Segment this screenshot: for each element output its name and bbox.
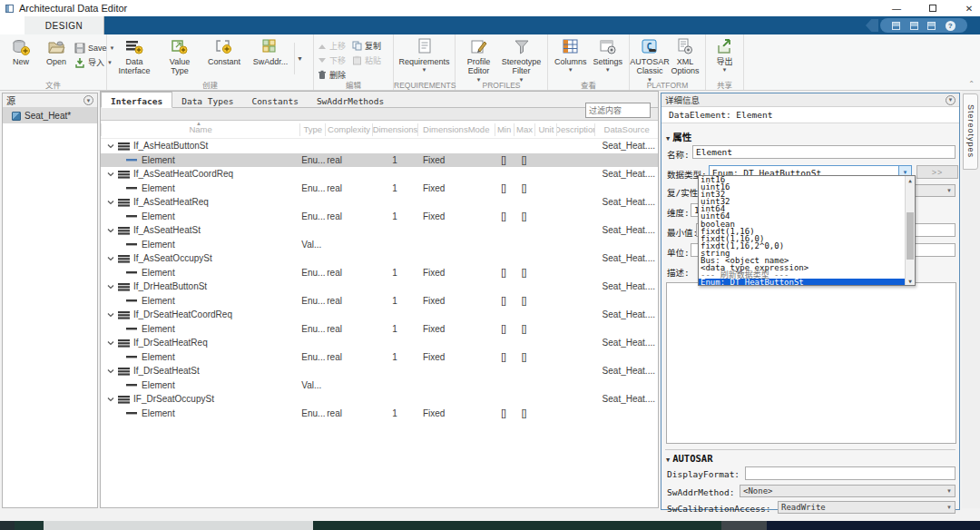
column-header-datasource[interactable]: DataSource bbox=[594, 123, 658, 136]
open-button[interactable]: Open bbox=[39, 37, 74, 67]
table-row[interactable]: ElementEnu...real1Fixed[][] bbox=[101, 182, 658, 196]
scroll-up-icon[interactable]: ▲ bbox=[906, 176, 915, 184]
expand-chevron-icon[interactable] bbox=[107, 311, 114, 319]
expand-chevron-icon[interactable] bbox=[107, 227, 114, 234]
swcalibrationaccess-chevron-icon: ▼ bbox=[944, 505, 955, 510]
swaddr-button[interactable]: SwAddr... bbox=[248, 37, 293, 67]
swcalibrationaccess-combo[interactable]: ReadWrite ▼ bbox=[778, 501, 956, 514]
properties-section-header[interactable]: ▼属性 bbox=[666, 130, 691, 143]
layout-icon[interactable] bbox=[892, 22, 900, 30]
tab-design[interactable]: DESIGN bbox=[24, 16, 104, 34]
constant-button[interactable]: Constant bbox=[201, 37, 247, 67]
column-header-unit[interactable]: Unit bbox=[534, 123, 556, 136]
collapse-ribbon-icon[interactable]: ⌃ bbox=[968, 80, 975, 88]
expand-chevron-icon[interactable] bbox=[107, 171, 114, 178]
help-icon[interactable]: ? bbox=[946, 21, 956, 31]
settings-button[interactable]: Settings ▼ bbox=[590, 37, 625, 74]
table-row[interactable]: ElementEnu...real1Fixed[][] bbox=[101, 153, 658, 168]
table-row[interactable]: ElementEnu...real1Fixed[][] bbox=[101, 350, 658, 365]
table-row[interactable]: If_AsHeatButtonStSeat_Heat.... bbox=[101, 139, 658, 153]
expand-chevron-icon[interactable] bbox=[107, 255, 114, 262]
column-header-description[interactable]: Description bbox=[556, 123, 594, 136]
maximize-button[interactable] bbox=[927, 4, 938, 14]
swaddrmethod-combo[interactable]: <None> ▼ bbox=[740, 485, 956, 497]
table-row[interactable]: If_AsSeatHeatReqSeat_Heat.... bbox=[101, 195, 658, 210]
column-header-min[interactable]: Min bbox=[495, 123, 514, 136]
expand-chevron-icon[interactable] bbox=[107, 368, 114, 375]
move-up-button[interactable]: 上移 bbox=[318, 39, 346, 53]
profile-editor-button[interactable]: Profile Editor ▼ bbox=[459, 37, 498, 83]
table-row[interactable]: ElementVal... bbox=[101, 238, 658, 252]
description-field[interactable] bbox=[666, 282, 956, 444]
details-menu-icon[interactable]: ▼ bbox=[946, 95, 956, 105]
table-row[interactable]: ElementEnu...real1Fixed[][] bbox=[101, 407, 658, 421]
requirements-button[interactable]: Requirements ▼ bbox=[397, 37, 451, 74]
table-row[interactable]: ElementEnu...real1Fixed[][] bbox=[101, 266, 658, 280]
cell-dimensionsmode: Fixed bbox=[417, 266, 495, 280]
column-header-dimensionsmode[interactable]: DimensionsMode bbox=[417, 123, 495, 136]
tab-data-types[interactable]: Data Types bbox=[172, 92, 242, 108]
dropdown-item[interactable]: Enum: DT HeatButtonSt bbox=[699, 279, 915, 286]
autosar-section-header[interactable]: ▼AUTOSAR bbox=[666, 453, 712, 464]
new-button[interactable]: New bbox=[4, 37, 38, 67]
tab-constants[interactable]: Constants bbox=[242, 92, 307, 108]
autosar-classic-button[interactable]: C AUTOSAR Classic ▼ bbox=[632, 37, 667, 83]
dropdown-item[interactable]: uint16 bbox=[699, 183, 915, 191]
dropdown-item[interactable]: int64 bbox=[699, 205, 915, 212]
export-button[interactable]: 导出 ▼ bbox=[708, 37, 742, 74]
paste-button[interactable]: 粘贴 bbox=[352, 54, 381, 67]
table-row[interactable]: ElementEnu...real1Fixed[][] bbox=[101, 294, 658, 309]
quick-access-collapse-icon[interactable] bbox=[866, 19, 878, 32]
displayformat-field[interactable] bbox=[745, 466, 956, 480]
create-overflow-icon[interactable]: ▼ bbox=[294, 43, 305, 74]
expand-chevron-icon[interactable] bbox=[107, 199, 114, 206]
columns-button[interactable]: Columns ▼ bbox=[552, 37, 589, 74]
cell-dimensionsmode: Fixed bbox=[417, 153, 495, 168]
table-row[interactable]: ElementEnu...real1Fixed[][] bbox=[101, 322, 658, 337]
table-row[interactable]: If_DrHeatButtonStSeat_Heat.... bbox=[101, 280, 658, 294]
source-panel-menu-icon[interactable]: ▼ bbox=[83, 95, 93, 105]
table-row[interactable]: ElementVal... bbox=[101, 378, 658, 393]
copy-button[interactable]: 复制 bbox=[352, 39, 381, 53]
expand-chevron-icon[interactable] bbox=[107, 396, 114, 403]
dropdown-item[interactable]: uint32 bbox=[699, 198, 915, 205]
expand-chevron-icon[interactable] bbox=[107, 142, 114, 150]
expand-chevron-icon[interactable] bbox=[107, 339, 114, 347]
stereotypes-tab[interactable]: Stereotypes bbox=[963, 93, 978, 170]
minimize-button[interactable]: — bbox=[891, 4, 902, 14]
scroll-down-icon[interactable]: ▼ bbox=[906, 277, 915, 285]
close-button[interactable]: ✕ bbox=[964, 4, 975, 14]
column-header-dimensions[interactable]: Dimensions bbox=[372, 123, 417, 136]
pointer-icon[interactable] bbox=[927, 22, 936, 30]
dropdown-item[interactable]: int16 bbox=[699, 176, 915, 183]
dropdown-item[interactable]: int32 bbox=[699, 191, 915, 198]
table-row[interactable]: If_DrSeatHeatStSeat_Heat.... bbox=[101, 364, 658, 378]
table-row[interactable]: If_AsSeatHeatStSeat_Heat.... bbox=[101, 223, 658, 238]
table-row[interactable]: IF_DrSeatOccupyStSeat_Heat.... bbox=[101, 392, 658, 407]
name-field[interactable] bbox=[692, 145, 956, 159]
tab-swaddrmethods[interactable]: SwAddrMethods bbox=[308, 92, 393, 108]
expand-chevron-icon[interactable] bbox=[107, 283, 114, 290]
column-header-complexity[interactable]: Complexity bbox=[325, 123, 372, 136]
cell-complexity bbox=[325, 392, 372, 407]
table-row[interactable]: If_AsSeatOccupyStSeat_Heat.... bbox=[101, 251, 658, 266]
column-header-max[interactable]: Max bbox=[514, 123, 535, 136]
table-row[interactable]: ElementEnu...real1Fixed[][] bbox=[101, 210, 658, 224]
dropdown-scrollbar[interactable]: ▲ ▼ bbox=[905, 176, 915, 285]
xml-options-button[interactable]: XML Options bbox=[668, 37, 702, 77]
scrollbar-thumb[interactable] bbox=[906, 212, 914, 260]
tab-interfaces[interactable]: Interfaces bbox=[101, 92, 172, 108]
data-interface-button[interactable]: Data Interface bbox=[111, 37, 158, 77]
stereotype-filter-button[interactable]: Stereotype Filter ▼ bbox=[499, 37, 544, 83]
dropdown-item[interactable]: fixdt(1,16,2^0,0) bbox=[699, 242, 915, 250]
table-row[interactable]: If_DrSeatHeatReqSeat_Heat.... bbox=[101, 336, 658, 350]
datatype-more-button[interactable]: >> bbox=[916, 165, 958, 179]
table-row[interactable]: If_AsSeatHeatCoordReqSeat_Heat.... bbox=[101, 167, 658, 182]
value-type-button[interactable]: Value Type bbox=[159, 37, 201, 77]
table-row[interactable]: If_DrSeatHeatCoordReqSeat_Heat.... bbox=[101, 308, 658, 322]
stack-icon[interactable] bbox=[910, 22, 918, 30]
source-tree-item[interactable]: Seat_Heat* bbox=[3, 108, 97, 123]
column-header-type[interactable]: Type bbox=[299, 123, 325, 136]
move-down-button[interactable]: 下移 bbox=[318, 54, 346, 67]
filter-input[interactable] bbox=[585, 103, 651, 118]
